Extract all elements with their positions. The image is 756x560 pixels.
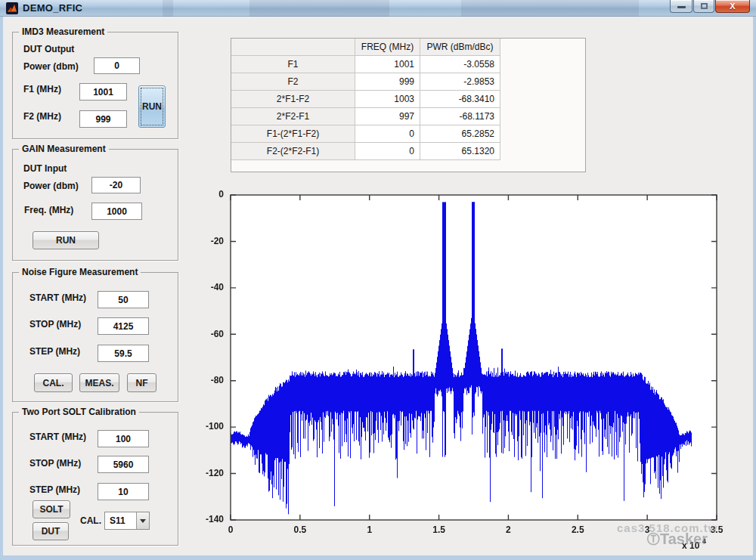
imd3-run-button[interactable]: RUN <box>138 85 166 128</box>
titlebar[interactable]: DEMO_RFIC X <box>0 0 756 17</box>
table-cell-freq: 0 <box>355 143 420 160</box>
nf-cal-button[interactable]: CAL. <box>34 373 73 392</box>
panel-solt-calibration: Two Port SOLT Calibration START (MHz) ST… <box>12 412 178 546</box>
table-row-label: 2*F2-F1 <box>231 108 355 125</box>
f2-input[interactable] <box>79 110 127 128</box>
panel-title: Noise Figure Measurement <box>19 267 141 277</box>
gain-power-input[interactable] <box>91 177 141 193</box>
watermark-brand-text: Tasker <box>660 531 708 547</box>
imd3-power-input[interactable] <box>94 57 140 74</box>
table-cell-pwr: -68.1173 <box>420 108 500 125</box>
table-cell-freq: 999 <box>355 73 420 91</box>
matlab-icon <box>6 2 18 14</box>
maximize-icon <box>701 3 708 9</box>
cal-label: CAL. <box>80 515 101 526</box>
table-cell-pwr: 65.1320 <box>420 143 500 160</box>
minimize-button[interactable] <box>670 0 692 13</box>
dut-button[interactable]: DUT <box>33 522 69 540</box>
table-cell-freq: 997 <box>355 108 420 125</box>
watermark-brand: ⓉTasker <box>647 531 708 548</box>
table-row-label: F1-(2*F1-F2) <box>231 125 355 143</box>
solt-start-label: START (MHz) <box>29 432 86 442</box>
power-label: Power (dbm) <box>23 181 79 191</box>
f1-label: F1 (MHz) <box>23 84 61 94</box>
app-window: DEMO_RFIC X IMD3 Measurement DUT Output … <box>0 0 756 560</box>
table-cell-pwr: 65.2852 <box>420 125 500 143</box>
table-cell-freq: 1003 <box>355 91 420 108</box>
spectrum-canvas <box>189 178 752 555</box>
nf-start-label: START (MHz) <box>29 292 86 303</box>
cal-select-value: S11 <box>105 512 136 529</box>
panel-gain: GAIN Measurement DUT Input Power (dbm) F… <box>12 149 178 261</box>
table-cell-pwr: -2.9853 <box>420 73 500 91</box>
nf-stop-label: STOP (MHz) <box>29 319 81 330</box>
nf-meas-button[interactable]: MEAS. <box>79 373 119 392</box>
maximize-button[interactable] <box>693 0 714 13</box>
solt-step-input[interactable] <box>98 483 149 500</box>
window-controls: X <box>669 0 750 13</box>
solt-start-input[interactable] <box>98 430 149 447</box>
close-icon: X <box>716 0 749 12</box>
nf-start-input[interactable] <box>98 291 149 308</box>
table-cell-pwr: -68.3410 <box>420 91 500 108</box>
f2-label: F2 (MHz) <box>23 111 61 122</box>
solt-stop-label: STOP (MHz) <box>29 458 81 469</box>
nf-nf-button[interactable]: NF <box>127 373 156 392</box>
nf-step-input[interactable] <box>98 345 149 362</box>
panel-title: Two Port SOLT Calibration <box>19 407 139 417</box>
freq-label: Freq. (MHz) <box>24 205 73 215</box>
panel-title: GAIN Measurement <box>19 144 109 154</box>
nf-step-label: STEP (MHz) <box>29 346 80 357</box>
solt-stop-input[interactable] <box>98 456 149 473</box>
gain-freq-input[interactable] <box>91 203 142 220</box>
panel-title: IMD3 Measurement <box>19 26 107 37</box>
solt-button[interactable]: SOLT <box>33 500 70 518</box>
table-cell-pwr: -3.0558 <box>420 56 500 73</box>
chevron-down-icon[interactable] <box>136 512 149 529</box>
minimize-icon <box>677 6 686 8</box>
imd3-results-table: FREQ (MHz) PWR (dBm/dBc) F1 1001 -3.0558… <box>231 38 586 172</box>
panel-noise-figure: Noise Figure Measurement START (MHz) STO… <box>12 272 178 402</box>
circled-t-icon: Ⓣ <box>647 532 660 546</box>
window-title: DEMO_RFIC <box>23 0 82 17</box>
panel-imd3: IMD3 Measurement DUT Output Power (dbm) … <box>12 32 178 139</box>
f1-input[interactable] <box>79 83 127 101</box>
table-row-label: F2 <box>231 73 355 91</box>
spectrum-axes <box>189 178 752 555</box>
titlebar-glass-patch <box>249 0 389 17</box>
gain-run-button[interactable]: RUN <box>33 231 99 249</box>
titlebar-glass-patch <box>163 0 173 17</box>
dut-output-label: DUT Output <box>23 44 74 54</box>
table-header-pwr: PWR (dBm/dBc) <box>420 39 500 56</box>
cal-select[interactable]: S11 <box>104 512 150 530</box>
close-button[interactable]: X <box>715 0 750 13</box>
figure-client-area: IMD3 Measurement DUT Output Power (dbm) … <box>3 17 753 555</box>
power-label: Power (dbm) <box>23 61 79 72</box>
table-header-rowlabel <box>231 39 355 56</box>
table-cell-freq: 1001 <box>355 56 420 73</box>
table-row-label: 2*F1-F2 <box>231 91 355 108</box>
table-header-freq: FREQ (MHz) <box>355 39 420 56</box>
dut-input-label: DUT Input <box>23 163 67 174</box>
solt-step-label: STEP (MHz) <box>29 484 80 495</box>
table-cell-freq: 0 <box>355 125 420 143</box>
nf-stop-input[interactable] <box>98 317 149 335</box>
table-row-label: F2-(2*F2-F1) <box>231 143 355 160</box>
titlebar-glass-patch <box>461 0 639 17</box>
table-row-label: F1 <box>231 56 355 73</box>
